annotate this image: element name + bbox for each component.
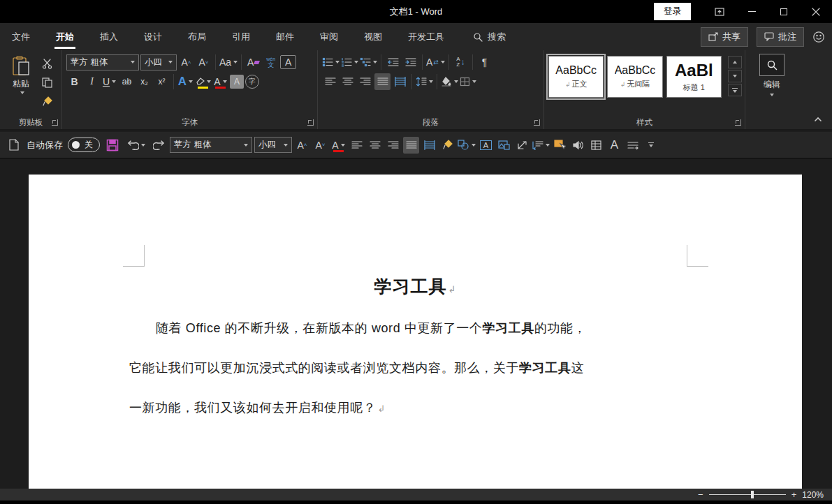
- qat-format-painter-button[interactable]: [439, 137, 455, 154]
- qat-align-right-button[interactable]: [385, 137, 401, 154]
- qat-text-direction-button[interactable]: [625, 137, 641, 154]
- close-button[interactable]: [800, 0, 832, 23]
- styles-more-button[interactable]: [728, 84, 742, 96]
- tab-mailings[interactable]: 邮件: [275, 27, 295, 47]
- asian-layout-button[interactable]: A⇄: [426, 54, 445, 71]
- search-box[interactable]: 搜索: [473, 31, 506, 43]
- qat-text-box-button[interactable]: A: [478, 137, 494, 154]
- numbering-button[interactable]: [341, 54, 358, 71]
- font-name-dropdown[interactable]: 苹方 粗体: [66, 54, 139, 71]
- bold-button[interactable]: B: [66, 73, 82, 90]
- cut-button[interactable]: [39, 55, 55, 72]
- qat-font-color-button[interactable]: A: [330, 137, 346, 154]
- zoom-slider[interactable]: [709, 494, 786, 495]
- copy-button[interactable]: [39, 74, 55, 91]
- redo-button[interactable]: [149, 137, 168, 154]
- collapse-ribbon-button[interactable]: [814, 112, 822, 125]
- document-heading[interactable]: 学习工具↲: [29, 275, 802, 298]
- qat-distribute-button[interactable]: [421, 137, 437, 154]
- style-heading1[interactable]: AaBl 标题 1: [666, 56, 722, 98]
- align-right-button[interactable]: [357, 73, 373, 90]
- feedback-smiley-icon[interactable]: [812, 31, 825, 43]
- sort-button[interactable]: AZ ↓: [453, 54, 469, 71]
- qat-font-button[interactable]: A: [606, 137, 622, 154]
- shrink-font-button[interactable]: A˅: [196, 54, 212, 71]
- character-shading-button[interactable]: A: [230, 75, 244, 89]
- qat-rotate-button[interactable]: [514, 137, 530, 154]
- save-button[interactable]: [102, 137, 123, 154]
- comments-button[interactable]: 批注: [757, 27, 804, 47]
- maximize-button[interactable]: [768, 0, 800, 23]
- character-border-button[interactable]: A: [280, 55, 296, 69]
- increase-indent-button[interactable]: [402, 54, 418, 71]
- tab-layout[interactable]: 布局: [187, 27, 207, 47]
- style-no-spacing[interactable]: AaBbCc ↲无间隔: [607, 56, 662, 98]
- paragraph-line-2[interactable]: 它能让我们可以更加沉浸式式的阅读或者浏览文档内容。那么，关于学习工具这: [129, 360, 702, 376]
- tab-developer[interactable]: 开发工具: [407, 27, 446, 47]
- undo-button[interactable]: [125, 137, 147, 154]
- styles-scroll-down[interactable]: [728, 70, 742, 82]
- minimize-button[interactable]: [736, 0, 768, 23]
- text-effects-button[interactable]: A: [177, 73, 194, 90]
- tab-home[interactable]: 开始: [54, 27, 75, 47]
- qat-read-aloud-button[interactable]: [570, 137, 586, 154]
- paste-button[interactable]: 粘贴: [4, 54, 38, 115]
- editing-button[interactable]: 编辑: [759, 54, 784, 129]
- distribute-button[interactable]: [392, 73, 408, 90]
- tab-view[interactable]: 视图: [363, 27, 384, 47]
- paragraph-dialog-launcher[interactable]: [534, 119, 540, 126]
- superscript-button[interactable]: x²: [154, 73, 170, 90]
- subscript-button[interactable]: x₂: [136, 73, 152, 90]
- autosave-toggle[interactable]: 关: [68, 138, 100, 152]
- qat-picture-button[interactable]: [496, 137, 512, 154]
- qat-table-button[interactable]: [588, 137, 604, 154]
- zoom-out-button[interactable]: −: [698, 491, 703, 498]
- strikethrough-button[interactable]: ab: [119, 73, 135, 90]
- decrease-indent-button[interactable]: [385, 54, 401, 71]
- sign-in-button[interactable]: 登录: [654, 3, 691, 20]
- italic-button[interactable]: I: [84, 73, 100, 90]
- style-normal[interactable]: AaBbCc ↲正文: [548, 56, 604, 98]
- font-size-dropdown[interactable]: 小四: [140, 54, 177, 71]
- format-painter-button[interactable]: [39, 93, 55, 110]
- shading-button[interactable]: [441, 73, 458, 90]
- new-document-button[interactable]: [6, 137, 22, 154]
- qat-font-name-dropdown[interactable]: 苹方 粗体: [170, 137, 252, 153]
- ribbon-display-options-button[interactable]: [703, 0, 736, 23]
- tab-references[interactable]: 引用: [231, 27, 251, 47]
- tab-file[interactable]: 文件: [10, 27, 31, 47]
- qat-justify-button[interactable]: [403, 137, 419, 154]
- justify-button[interactable]: [374, 73, 391, 90]
- align-left-button[interactable]: [322, 73, 338, 90]
- qat-paragraph-layout-button[interactable]: [532, 137, 550, 154]
- qat-shapes-button[interactable]: [458, 137, 476, 154]
- paragraph-line-1[interactable]: 随着 Office 的不断升级，在新版本的 word 中更新了一个学习工具的功能…: [129, 320, 702, 336]
- styles-dialog-launcher[interactable]: [735, 119, 741, 126]
- enclose-characters-button[interactable]: 字: [245, 75, 259, 89]
- qat-font-size-dropdown[interactable]: 小四: [254, 137, 292, 153]
- qat-select-objects-button[interactable]: [552, 137, 568, 154]
- change-case-button[interactable]: Aa: [219, 54, 238, 71]
- qat-align-left-button[interactable]: [349, 137, 365, 154]
- tab-insert[interactable]: 插入: [98, 27, 119, 47]
- share-button[interactable]: 共享: [701, 27, 748, 47]
- tab-design[interactable]: 设计: [143, 27, 163, 47]
- qat-more-commands-button[interactable]: [643, 137, 659, 154]
- zoom-level[interactable]: 120%: [802, 490, 824, 500]
- phonetic-guide-button[interactable]: wén文: [263, 54, 279, 71]
- clear-formatting-button[interactable]: A: [245, 54, 261, 71]
- qat-shrink-font-button[interactable]: A˅: [312, 137, 328, 154]
- tab-review[interactable]: 审阅: [319, 27, 340, 47]
- align-center-button[interactable]: [340, 73, 356, 90]
- zoom-in-button[interactable]: +: [791, 491, 797, 498]
- qat-align-center-button[interactable]: [367, 137, 383, 154]
- styles-scroll-up[interactable]: [728, 56, 742, 68]
- clipboard-dialog-launcher[interactable]: [52, 119, 58, 126]
- qat-grow-font-button[interactable]: A˄: [294, 137, 310, 154]
- bullets-button[interactable]: [322, 54, 340, 71]
- zoom-slider-thumb[interactable]: [751, 491, 754, 498]
- paragraph-line-3[interactable]: 一新功能，我们又该如何去开启和使用呢？↲: [129, 399, 702, 416]
- line-spacing-button[interactable]: [416, 73, 433, 90]
- grow-font-button[interactable]: A˄: [178, 54, 194, 71]
- document-page[interactable]: 学习工具↲ 随着 Office 的不断升级，在新版本的 word 中更新了一个学…: [29, 175, 802, 489]
